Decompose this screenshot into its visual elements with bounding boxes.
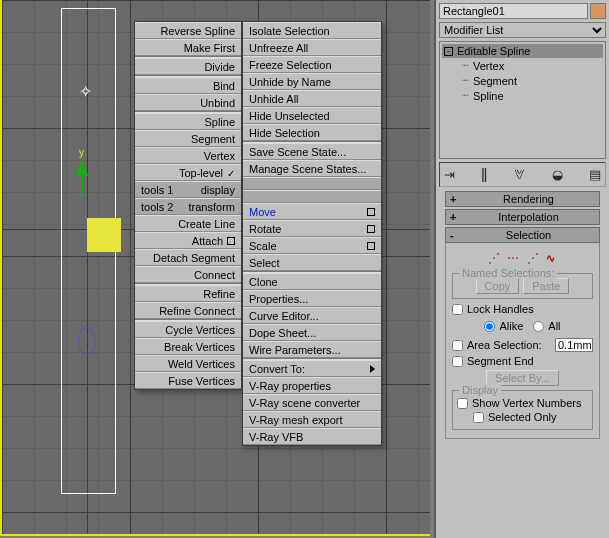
menu-sub-vertex[interactable]: Vertex (135, 147, 241, 164)
stack-sub-spline[interactable]: ┈Spline (460, 88, 603, 103)
selection-rollout-body: ⋰ ⋯ ⋰ ∿ Named Selections: Copy Paste Loc… (445, 243, 600, 439)
quad-menu-right: Isolate Selection Unfreeze All Freeze Se… (242, 21, 382, 446)
menu-reverse-spline[interactable]: Reverse Spline (135, 22, 241, 39)
stack-sub-segment[interactable]: ┈Segment (460, 73, 603, 88)
menu-sub-top[interactable]: Top-level (135, 164, 241, 181)
selected-only-check[interactable]: Selected Only (457, 411, 588, 423)
show-vertex-nums-check[interactable]: Show Vertex Numbers (457, 397, 588, 409)
subobject-marker (78, 327, 96, 355)
quad-header-tools1: tools 1display (135, 181, 241, 198)
gizmo-plane-xy[interactable] (87, 218, 121, 252)
menu-vray-vfb[interactable]: V-Ray VFB (243, 428, 381, 445)
area-selection-check[interactable]: Area Selection: (452, 339, 542, 351)
lock-handles-check[interactable]: Lock Handles (452, 303, 593, 315)
menu-make-first[interactable]: Make First (135, 39, 241, 56)
submenu-arrow-icon (370, 365, 375, 373)
menu-convert-to[interactable]: Convert To: (243, 360, 381, 377)
menu-weld-vertices[interactable]: Weld Vertices (135, 355, 241, 372)
menu-rotate[interactable]: Rotate (243, 220, 381, 237)
menu-properties[interactable]: Properties... (243, 290, 381, 307)
display-label: Display (459, 384, 501, 396)
menu-vray-scene-conv[interactable]: V-Ray scene converter (243, 394, 381, 411)
stack-sub-vertex[interactable]: ┈Vertex (460, 58, 603, 73)
copy-button[interactable]: Copy (476, 278, 520, 294)
menu-curve-editor[interactable]: Curve Editor... (243, 307, 381, 324)
menu-manage-scene[interactable]: Manage Scene States... (243, 160, 381, 177)
modifier-stack[interactable]: -Editable Spline ┈Vertex ┈Segment ┈Splin… (439, 41, 606, 159)
menu-sub-segment[interactable]: Segment (135, 130, 241, 147)
menu-sub-spline[interactable]: Spline (135, 113, 241, 130)
segment-end-check[interactable]: Segment End (452, 355, 593, 367)
menu-create-line[interactable]: Create Line (135, 215, 241, 232)
modifier-list-dropdown[interactable]: Modifier List (439, 22, 606, 38)
stack-item-editable-spline[interactable]: -Editable Spline (442, 44, 603, 58)
remove-modifier-icon[interactable]: ◒ (552, 167, 563, 182)
menu-connect[interactable]: Connect (135, 266, 241, 283)
menu-vray-mesh[interactable]: V-Ray mesh export (243, 411, 381, 428)
menu-unfreeze-all[interactable]: Unfreeze All (243, 39, 381, 56)
command-panel: Modifier List -Editable Spline ┈Vertex ┈… (434, 0, 609, 538)
minus-icon[interactable]: - (444, 47, 453, 56)
option-box-icon[interactable] (367, 242, 375, 250)
option-box-icon[interactable] (367, 225, 375, 233)
make-unique-icon[interactable]: ⩔ (513, 167, 526, 182)
menu-unhide-all[interactable]: Unhide All (243, 90, 381, 107)
quad-header-tools2: tools 2transform (135, 198, 241, 215)
menu-freeze-selection[interactable]: Freeze Selection (243, 56, 381, 73)
alike-radio[interactable]: Alike (484, 320, 523, 332)
menu-bind[interactable]: Bind (135, 77, 241, 94)
configure-sets-icon[interactable]: ▤ (589, 167, 601, 182)
area-selection-value[interactable]: 0.1mm (555, 338, 593, 352)
menu-clone[interactable]: Clone (243, 273, 381, 290)
menu-divide[interactable]: Divide (135, 58, 241, 75)
subobject-level-icons[interactable]: ⋰ ⋯ ⋰ ∿ (452, 247, 593, 269)
menu-attach[interactable]: Attach (135, 232, 241, 249)
menu-hide-selection[interactable]: Hide Selection (243, 124, 381, 141)
menu-detach-segment[interactable]: Detach Segment (135, 249, 241, 266)
option-box-icon[interactable] (227, 237, 235, 245)
menu-unhide-name[interactable]: Unhide by Name (243, 73, 381, 90)
menu-move[interactable]: Move (243, 203, 381, 220)
rollout-rendering[interactable]: +Rendering (445, 191, 600, 207)
menu-wire-params[interactable]: Wire Parameters... (243, 341, 381, 358)
axis-y-label: y (79, 147, 84, 158)
menu-hide-unselected[interactable]: Hide Unselected (243, 107, 381, 124)
menu-dope-sheet[interactable]: Dope Sheet... (243, 324, 381, 341)
quad-menu-left: Reverse Spline Make First Divide Bind Un… (134, 21, 242, 390)
object-name-input[interactable] (439, 3, 588, 19)
menu-scale[interactable]: Scale (243, 237, 381, 254)
rollout-selection[interactable]: -Selection (445, 227, 600, 243)
center-marker-icon: ✧ (79, 82, 92, 101)
menu-vray-props[interactable]: V-Ray properties (243, 377, 381, 394)
menu-isolate[interactable]: Isolate Selection (243, 22, 381, 39)
menu-refine-connect[interactable]: Refine Connect (135, 302, 241, 319)
show-end-result-icon[interactable]: ǁ (481, 167, 487, 182)
menu-cycle-vertices[interactable]: Cycle Vertices (135, 321, 241, 338)
menu-refine[interactable]: Refine (135, 285, 241, 302)
pin-stack-icon[interactable]: ⇥ (444, 167, 455, 182)
all-radio[interactable]: All (533, 320, 560, 332)
check-icon (227, 167, 235, 179)
menu-fuse-vertices[interactable]: Fuse Vertices (135, 372, 241, 389)
object-color-swatch[interactable] (590, 3, 606, 19)
named-selections-label: Named Selections: (459, 267, 557, 279)
rollout-interpolation[interactable]: +Interpolation (445, 209, 600, 225)
menu-save-scene[interactable]: Save Scene State... (243, 143, 381, 160)
paste-button[interactable]: Paste (523, 278, 569, 294)
menu-select[interactable]: Select (243, 254, 381, 271)
option-box-icon[interactable] (367, 208, 375, 216)
menu-unbind[interactable]: Unbind (135, 94, 241, 111)
menu-break-vertices[interactable]: Break Vertices (135, 338, 241, 355)
stack-toolbar: ⇥ ǁ ⩔ ◒ ▤ (439, 162, 606, 187)
